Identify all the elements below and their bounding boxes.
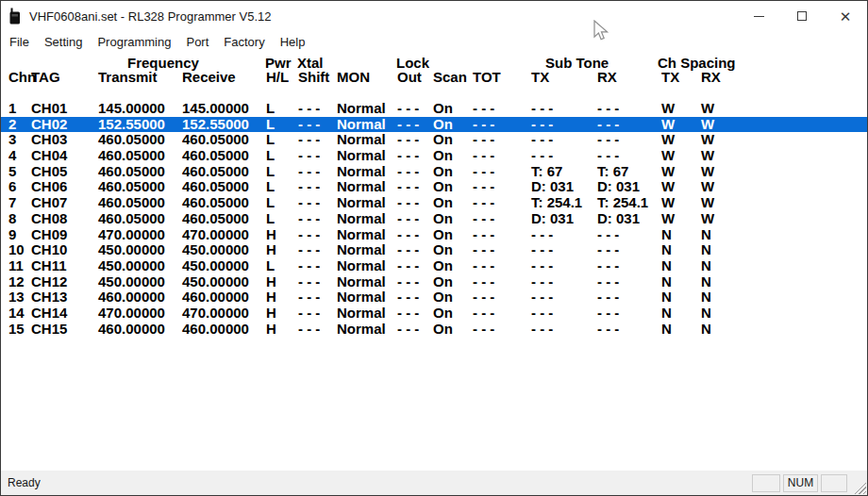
cell-subtone-rx: - - - xyxy=(597,101,661,117)
cell-tot: - - - xyxy=(473,227,531,243)
table-row[interactable]: 12 CH12 450.00000 450.00000 H - - - Norm… xyxy=(1,274,867,290)
cell-spacing-tx: W xyxy=(661,211,701,227)
cell-subtone-tx: - - - xyxy=(531,117,597,133)
table-row[interactable]: 4 CH04 460.05000 460.05000 L - - - Norma… xyxy=(1,148,867,164)
minimize-button[interactable] xyxy=(737,1,780,31)
cell-subtone-tx: - - - xyxy=(531,101,597,117)
cell-mon: Normal xyxy=(337,258,397,274)
table-row[interactable]: 10 CH10 450.00000 450.00000 H - - - Norm… xyxy=(1,242,867,258)
table-column-header: Chn TAG Transmit Receive H/L Shift MON O… xyxy=(1,70,867,85)
cell-receive: 450.00000 xyxy=(182,242,266,258)
cell-subtone-tx: - - - xyxy=(531,289,597,306)
cell-lock-out: - - - xyxy=(397,101,433,117)
cell-tot: - - - xyxy=(473,242,531,258)
cell-subtone-rx: T: 254.1 xyxy=(597,195,661,211)
cell-scan: On xyxy=(433,306,473,322)
title-bar[interactable]: VHF0608ani.set - RL328 Programmer V5.12 … xyxy=(1,1,867,31)
cell-receive: 470.00000 xyxy=(182,227,266,243)
cell-chn: 8 xyxy=(8,211,31,227)
cell-shift: - - - xyxy=(298,101,337,117)
table-row[interactable]: 5 CH05 460.05000 460.05000 L - - - Norma… xyxy=(1,164,867,180)
cell-lock-out: - - - xyxy=(397,289,433,306)
cell-scan: On xyxy=(433,101,473,117)
group-header-xtal: Xtal xyxy=(297,55,324,71)
cell-tot: - - - xyxy=(473,306,531,322)
cell-lock-out: - - - xyxy=(397,164,433,180)
cell-lock-out: - - - xyxy=(397,274,433,290)
cell-mon: Normal xyxy=(337,148,397,164)
cell-receive: 152.55000 xyxy=(182,117,266,133)
cell-subtone-rx: - - - xyxy=(597,148,661,164)
table-row[interactable]: 1 CH01 145.00000 145.00000 L - - - Norma… xyxy=(1,101,867,117)
cell-transmit: 460.05000 xyxy=(98,164,182,180)
cell-spacing-tx: W xyxy=(661,148,701,164)
cell-spacing-rx: W xyxy=(701,164,750,180)
col-header-tot: TOT xyxy=(473,70,531,85)
cell-shift: - - - xyxy=(298,179,337,195)
cell-transmit: 152.55000 xyxy=(98,117,182,133)
cell-pwr: H xyxy=(266,289,298,306)
menu-setting[interactable]: Setting xyxy=(37,31,90,53)
radio-app-icon[interactable] xyxy=(9,8,22,25)
cell-receive: 450.00000 xyxy=(182,258,266,274)
table-row[interactable]: 14 CH14 470.00000 470.00000 H - - - Norm… xyxy=(1,306,867,322)
table-row[interactable]: 3 CH03 460.05000 460.05000 L - - - Norma… xyxy=(1,132,867,148)
cell-shift: - - - xyxy=(298,322,337,338)
close-button[interactable]: ✕ xyxy=(824,1,867,31)
table-row[interactable]: 8 CH08 460.05000 460.05000 L - - - Norma… xyxy=(1,211,867,227)
cell-spacing-tx: N xyxy=(661,227,701,243)
cell-chn: 4 xyxy=(8,148,31,164)
cell-subtone-rx: - - - xyxy=(597,227,661,243)
cell-lock-out: - - - xyxy=(397,117,433,133)
cell-mon: Normal xyxy=(337,164,397,180)
table-row[interactable]: 9 CH09 470.00000 470.00000 H - - - Norma… xyxy=(1,227,867,243)
cell-receive: 460.05000 xyxy=(182,132,266,148)
cell-mon: Normal xyxy=(337,306,397,322)
cell-transmit: 460.05000 xyxy=(98,211,182,227)
cell-spacing-rx: W xyxy=(701,195,750,211)
close-icon: ✕ xyxy=(840,9,852,24)
table-row[interactable]: 11 CH11 450.00000 450.00000 L - - - Norm… xyxy=(1,258,867,274)
menu-factory[interactable]: Factory xyxy=(216,31,272,53)
cell-lock-out: - - - xyxy=(397,132,433,148)
cell-receive: 460.05000 xyxy=(182,164,266,180)
cell-tot: - - - xyxy=(473,148,531,164)
menu-port[interactable]: Port xyxy=(178,31,216,53)
cell-subtone-rx: - - - xyxy=(597,117,661,133)
cell-spacing-tx: N xyxy=(661,322,701,338)
menu-file[interactable]: File xyxy=(2,31,37,53)
cell-spacing-tx: N xyxy=(661,289,701,306)
cell-subtone-rx: - - - xyxy=(597,322,661,338)
table-row[interactable]: 15 CH15 460.00000 460.00000 H - - - Norm… xyxy=(1,322,867,338)
window-controls: ✕ xyxy=(737,1,867,31)
cell-scan: On xyxy=(433,179,473,195)
menu-help[interactable]: Help xyxy=(273,31,313,53)
table-row[interactable]: 13 CH13 460.00000 460.00000 H - - - Norm… xyxy=(1,289,867,306)
cell-spacing-tx: N xyxy=(661,274,701,290)
cell-shift: - - - xyxy=(298,117,337,133)
cell-lock-out: - - - xyxy=(397,322,433,338)
cell-shift: - - - xyxy=(298,227,337,243)
col-header-out: Out xyxy=(397,70,433,85)
menu-programming[interactable]: Programming xyxy=(90,31,178,53)
cell-transmit: 460.05000 xyxy=(98,179,182,195)
cell-subtone-rx: - - - xyxy=(597,258,661,274)
col-header-mon: MON xyxy=(337,70,397,85)
table-row[interactable]: 7 CH07 460.05000 460.05000 L - - - Norma… xyxy=(1,195,867,211)
cell-spacing-rx: N xyxy=(701,258,750,274)
cell-scan: On xyxy=(433,322,473,338)
cell-subtone-rx: D: 031 xyxy=(597,211,661,227)
table-row[interactable]: 2 CH02 152.55000 152.55000 L - - - Norma… xyxy=(1,117,867,133)
maximize-button[interactable] xyxy=(780,1,824,31)
cell-spacing-tx: W xyxy=(661,195,701,211)
window-title: VHF0608ani.set - RL328 Programmer V5.12 xyxy=(29,9,272,24)
col-header-shift: Shift xyxy=(298,70,337,85)
cell-receive: 460.05000 xyxy=(182,195,266,211)
cell-tot: - - - xyxy=(473,132,531,148)
cell-lock-out: - - - xyxy=(397,195,433,211)
resize-grip-icon[interactable] xyxy=(853,481,866,494)
cell-transmit: 460.05000 xyxy=(98,148,182,164)
cell-tot: - - - xyxy=(473,117,531,133)
cell-receive: 460.05000 xyxy=(182,179,266,195)
table-row[interactable]: 6 CH06 460.05000 460.05000 L - - - Norma… xyxy=(1,179,867,195)
